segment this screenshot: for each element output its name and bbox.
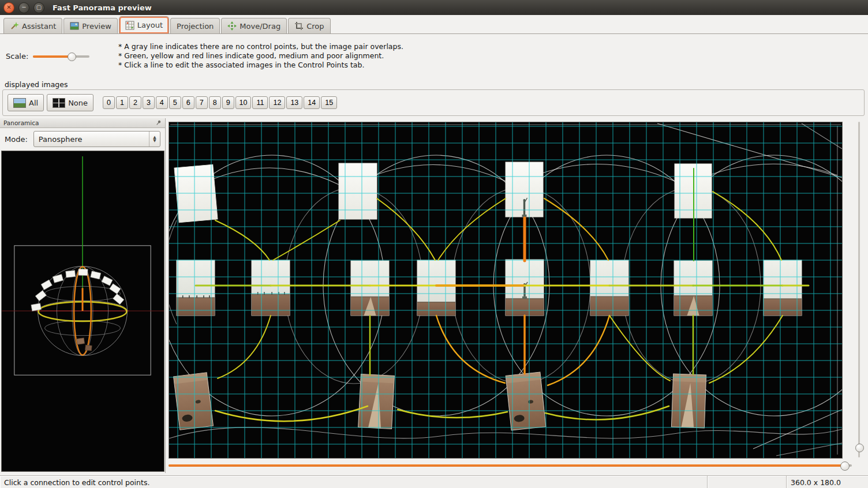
image-toggle-7[interactable]: 7 — [196, 96, 208, 109]
overlap-curve[interactable] — [694, 164, 837, 181]
image-toggle-4[interactable]: 4 — [156, 96, 168, 109]
image-thumb-12[interactable] — [174, 373, 214, 430]
mode-row: Mode: Panosphere ▲▼ — [0, 128, 165, 150]
none-images-icon — [53, 98, 65, 108]
overlap-curve[interactable] — [776, 443, 842, 456]
preview-icon — [70, 21, 79, 31]
control-point-line[interactable] — [544, 198, 608, 260]
combo-spinner-icon[interactable]: ▲▼ — [149, 132, 160, 147]
help-line: * A gray line indicates there are no con… — [118, 42, 403, 51]
image-toggle-12[interactable]: 12 — [269, 96, 285, 109]
tab-crop[interactable]: Crop — [288, 18, 330, 33]
image-number-buttons: 0123456789101112131415 — [103, 96, 338, 109]
overlap-curve[interactable] — [196, 168, 339, 187]
image-thumb-14[interactable] — [506, 372, 546, 430]
control-point-line[interactable] — [436, 316, 505, 383]
image-toggle-9[interactable]: 9 — [222, 96, 234, 109]
overlap-curve[interactable] — [802, 123, 842, 149]
scale-slider-thumb[interactable] — [68, 52, 76, 61]
image-thumb-11[interactable] — [764, 260, 802, 316]
all-images-icon — [13, 98, 26, 108]
minimize-icon[interactable]: ─ — [18, 2, 29, 13]
image-toggle-10[interactable]: 10 — [235, 96, 252, 109]
tab-preview[interactable]: Preview — [63, 18, 118, 33]
panosphere-preview[interactable] — [1, 151, 164, 472]
control-point-line[interactable] — [218, 316, 271, 378]
control-point-line[interactable] — [438, 198, 506, 260]
overlap-curve[interactable] — [169, 427, 842, 438]
image-thumb-7[interactable] — [417, 260, 455, 316]
panosphere-svg — [2, 151, 164, 471]
tab-layout[interactable]: Layout — [119, 16, 169, 33]
displayed-images-label: displayed images — [5, 80, 68, 89]
image-thumb-1[interactable] — [339, 163, 377, 219]
image-thumb-8[interactable] — [506, 260, 544, 316]
overlap-curve[interactable] — [525, 164, 675, 181]
pitch-slider[interactable] — [854, 122, 864, 457]
control-point-line[interactable] — [545, 406, 669, 420]
control-point-line[interactable] — [377, 198, 435, 260]
none-images-button-label: None — [68, 99, 88, 107]
fast-panorama-preview-window: ✕ ─ ▢ Fast Panorama preview Assistant Pr… — [0, 0, 868, 488]
image-toggle-13[interactable]: 13 — [286, 96, 302, 109]
none-images-button[interactable]: None — [47, 94, 93, 111]
mode-select-value: Panosphere — [39, 135, 83, 144]
main-canvas[interactable] — [169, 122, 843, 459]
image-toggle-6[interactable]: 6 — [182, 96, 194, 109]
crop-icon — [294, 21, 304, 31]
image-thumb-5[interactable] — [252, 260, 290, 316]
scale-slider[interactable] — [33, 55, 89, 58]
tab-projection[interactable]: Projection — [170, 18, 220, 33]
control-point-line[interactable] — [548, 316, 609, 385]
image-toggle-1[interactable]: 1 — [116, 96, 128, 109]
pitch-slider-track[interactable] — [858, 122, 860, 457]
tab-label: Assistant — [22, 22, 56, 31]
status-spare-cell — [708, 476, 787, 488]
mode-select[interactable]: Panosphere ▲▼ — [33, 131, 160, 147]
panorama-dimensions: 360.0 x 180.0 — [787, 476, 868, 488]
close-icon[interactable]: ✕ — [3, 2, 14, 13]
control-point-line[interactable] — [709, 316, 783, 383]
image-thumb-15[interactable] — [671, 374, 706, 428]
scale-row: Scale: * A gray line indicates there are… — [0, 35, 868, 78]
image-thumb-4[interactable] — [177, 260, 215, 316]
status-bar: Click a connection to edit control point… — [0, 475, 868, 488]
scale-slider-fill — [33, 55, 72, 58]
image-thumbnails-layer[interactable] — [174, 162, 802, 430]
tab-label: Crop — [306, 22, 324, 31]
scale-label: Scale: — [6, 52, 28, 61]
image-toggle-5[interactable]: 5 — [169, 96, 181, 109]
maximize-icon[interactable]: ▢ — [33, 2, 44, 13]
image-toggle-15[interactable]: 15 — [321, 96, 337, 109]
title-bar[interactable]: ✕ ─ ▢ Fast Panorama preview — [0, 0, 868, 15]
overlap-curve[interactable] — [169, 220, 177, 324]
move-drag-icon — [227, 21, 237, 31]
window-title: Fast Panorama preview — [53, 3, 152, 12]
panoramica-panel-header[interactable]: Panoramica — [0, 118, 165, 128]
image-thumb-6[interactable] — [351, 261, 389, 316]
image-thumb-2[interactable] — [506, 162, 543, 217]
control-point-line[interactable] — [609, 316, 670, 381]
yaw-slider[interactable] — [169, 460, 852, 471]
pin-icon[interactable] — [155, 119, 162, 126]
yaw-slider-thumb[interactable] — [840, 461, 850, 471]
help-line: * Click a line to edit the associated im… — [118, 61, 403, 70]
image-toggle-14[interactable]: 14 — [304, 96, 320, 109]
image-toggle-0[interactable]: 0 — [103, 96, 115, 109]
image-thumb-13[interactable] — [358, 374, 395, 429]
image-toggle-3[interactable]: 3 — [143, 96, 155, 109]
layout-icon — [125, 21, 134, 30]
all-images-button[interactable]: All — [8, 94, 44, 111]
image-toggle-8[interactable]: 8 — [209, 96, 221, 109]
tab-assistant[interactable]: Assistant — [3, 18, 62, 33]
control-point-line[interactable] — [273, 220, 340, 260]
tab-move-drag[interactable]: Move/Drag — [221, 18, 287, 33]
yaw-slider-fill — [169, 464, 845, 467]
status-message: Click a connection to edit control point… — [0, 476, 708, 488]
tab-label: Layout — [137, 21, 163, 29]
tab-label: Move/Drag — [240, 22, 280, 31]
pitch-slider-thumb[interactable] — [855, 444, 864, 452]
all-images-button-label: All — [29, 99, 38, 107]
image-toggle-2[interactable]: 2 — [129, 96, 141, 109]
image-toggle-11[interactable]: 11 — [252, 96, 268, 109]
